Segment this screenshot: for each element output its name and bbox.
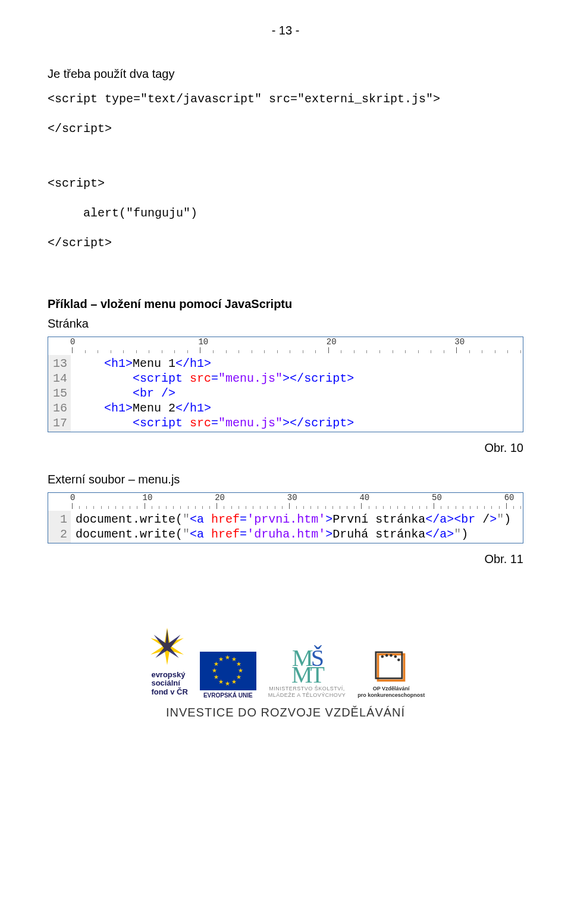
svg-rect-3 (376, 652, 402, 678)
code-block-2-line-3: </script> (48, 232, 523, 254)
fig-2-caption: Obr. 11 (48, 552, 523, 566)
eu-flag-icon: ★★★★★★★★★★★★ (200, 652, 256, 690)
fig-1-caption: Obr. 10 (48, 441, 523, 455)
eu-label: EVROPSKÁ UNIE (203, 692, 253, 699)
intro-text: Je třeba použít dva tagy (48, 67, 523, 81)
code-block-1-line-1: <script type="text/javascript" src="exte… (48, 88, 523, 111)
ruler: 0102030405060 (48, 493, 523, 511)
code-block-2-line-2: alert("funguju") (48, 202, 523, 225)
section-1-title: Příklad – vložení menu pomocí JavaScript… (48, 297, 523, 311)
opvk-line-2: pro konkurenceschopnost (357, 692, 425, 699)
opvk-line-1: OP Vzdělávání (357, 686, 425, 692)
footer-logos: evropský sociální fond v ČR ★★★★★★★★★★★★… (0, 626, 571, 719)
invest-text: INVESTICE DO ROZVOJE VZDĚLÁVÁNÍ (24, 706, 547, 719)
code-block-1-line-2: </script> (48, 118, 523, 140)
msmt-logo: MŠMT MINISTERSTVO ŠKOLSTVÍ, MLÁDEŽE A TĚ… (268, 650, 346, 699)
msmt-line-2: MLÁDEŽE A TĚLOVÝCHOVY (268, 692, 346, 699)
code-lines: document.write("<a href='prvni.htm'>Prvn… (71, 511, 523, 543)
line-gutter: 1314151617 (48, 355, 71, 432)
code-editor-fig-1: 0102030 1314151617 <h1>Menu 1</h1> <scri… (48, 337, 523, 432)
svg-rect-2 (378, 655, 404, 681)
svg-point-6 (390, 654, 393, 657)
esf-logo: evropský sociální fond v ČR (146, 626, 188, 699)
section-2-title: Externí soubor – menu.js (48, 473, 523, 486)
svg-point-4 (381, 655, 384, 658)
svg-point-5 (385, 654, 388, 657)
code-lines: <h1>Menu 1</h1> <script src="menu.js"></… (71, 355, 523, 432)
section-1-sub: Stránka (48, 317, 523, 331)
code-editor-fig-2: 0102030405060 12 document.write("<a href… (48, 492, 523, 543)
eu-logo: ★★★★★★★★★★★★ EVROPSKÁ UNIE (200, 652, 256, 699)
code-block-2-line-1: <script> (48, 172, 523, 195)
esf-line-2: sociální (151, 679, 187, 687)
msmt-glyph-icon: MŠMT (291, 650, 322, 683)
svg-point-8 (397, 659, 400, 662)
opvk-logo: OP Vzdělávání pro konkurenceschopnost (357, 651, 425, 699)
svg-point-7 (394, 655, 397, 658)
opvk-icon (375, 651, 407, 684)
esf-line-1: evropský (151, 671, 187, 679)
esf-burst-icon (146, 626, 188, 667)
esf-line-3: fond v ČR (151, 688, 187, 696)
page-number: - 13 - (48, 24, 523, 37)
msmt-line-1: MINISTERSTVO ŠKOLSTVÍ, (268, 686, 346, 692)
ruler: 0102030 (48, 337, 523, 355)
line-gutter: 12 (48, 511, 71, 543)
